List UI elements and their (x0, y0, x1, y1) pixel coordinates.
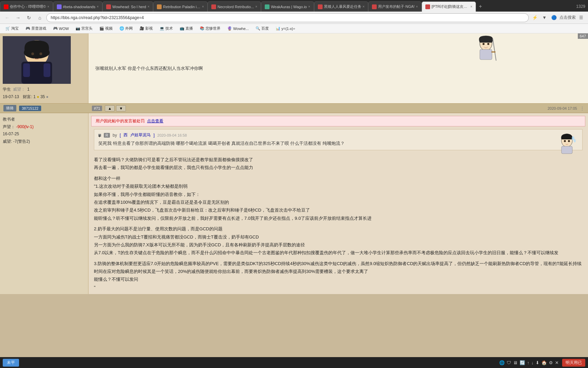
tab-close-2[interactable]: × (97, 5, 99, 9)
svg-rect-13 (491, 51, 495, 52)
extension-icon-3[interactable]: 🔵 (550, 14, 558, 22)
tab-close-7[interactable]: × (363, 5, 365, 9)
tab-close-8[interactable]: × (416, 5, 418, 9)
tab-3[interactable]: Wowhead: So I herd × (102, 1, 153, 12)
new-tab-button[interactable]: + (476, 1, 485, 12)
taskbar-icon-up[interactable]: ↑ (527, 360, 529, 365)
bookmark-video[interactable]: 🎬 视频 (97, 25, 115, 32)
taskbar-icon-monitor[interactable]: 🖥 (513, 360, 518, 365)
tab-2[interactable]: #beta-shadowlands × (53, 1, 102, 12)
bookmark-label-live: 直播 (185, 26, 193, 31)
bookmark-icon-movie: 🎥 (140, 26, 144, 31)
back-button[interactable]: ← (3, 13, 12, 22)
tab-6[interactable]: WeakAuras | Wago.io × (261, 1, 314, 12)
user-role-row: 学生 威望： 1 (3, 86, 85, 93)
bookmark-movie[interactable]: 🎥 影视 (137, 25, 156, 32)
taskbar-item-start[interactable]: 未平 (3, 359, 19, 367)
post-num-area: #71 ▲ ▼ (92, 105, 126, 111)
tab-favicon-5 (211, 4, 216, 9)
post-user-badge-area: 骑骑 38715122 (3, 105, 92, 111)
manga-character-top (472, 35, 500, 63)
taskbar-icon-settings[interactable]: ⚙ (549, 360, 553, 365)
bookmark-wow[interactable]: 🎮 WOW (50, 26, 71, 31)
tab-label-6: WeakAuras | Wago.io (271, 5, 307, 9)
reply-quote-box: + R by [ 西 卢娃草泥马 ] 2020-09-04 16:58 笑死我 … (94, 129, 583, 150)
reply-r-badge: R (104, 133, 110, 138)
post-para-6: 如果你不懂，我用小学生都能听懂的语音教你，如下： (94, 190, 583, 198)
bookmark-baidu[interactable]: 🔍 百度 (253, 25, 272, 32)
thumbs-up-button[interactable]: ▲ (105, 105, 115, 111)
post-para-13: 另一方面为什么我的防骑7.X版本可以无所不能，因为奶手没GCD，且有各种刷新奶手… (94, 241, 583, 249)
bookmark-game[interactable]: 🎮 景普游戏 (23, 25, 49, 32)
tab-label-3: Wowhead: So I herd (112, 5, 146, 9)
taskbar-right-button[interactable]: 明灭用已 (562, 359, 585, 367)
taskbar-icon-shield[interactable]: 🛡 (507, 360, 511, 365)
tab-9[interactable]: [PTR讨论]防骑这次修... × (422, 1, 476, 12)
svg-rect-4 (23, 63, 30, 77)
tab-close-3[interactable]: × (147, 5, 149, 9)
home-button[interactable]: ⌂ (35, 13, 44, 22)
tab-4[interactable]: Retribution Paladin in... × (153, 1, 208, 12)
bookmark-label-camera: 宫宫头 (81, 26, 93, 31)
taskbar-icon-refresh[interactable]: 🔄 (520, 360, 525, 365)
bookmark-icon-wowhead: 🔮 (227, 26, 232, 31)
taskbar-icon-close[interactable]: ✕ (555, 360, 559, 365)
tab-favicon-9 (425, 4, 430, 9)
tab-1[interactable]: 创作中心 - 哔哩哔哩© × (0, 1, 53, 12)
post-para-12: 一方面同为减伤T的战士T覆招和无视痛苦都没GCD，而骑士T覆击没，奶手却有GCD (94, 233, 583, 241)
top-message-text: 张嘴就别人水军 你是个什么东西还配别人当水军冲你啊 (95, 65, 203, 72)
bookmark-web[interactable]: 🌐 外网 (117, 25, 135, 32)
menu-button[interactable]: ☰ (577, 14, 585, 22)
tab-close-6[interactable]: × (308, 5, 310, 9)
bookmark-taobao[interactable]: 🛒 淘宝 (3, 25, 21, 32)
refresh-button[interactable]: ↻ (24, 13, 33, 22)
taskbar-icon-down[interactable]: ↓ (532, 360, 534, 365)
bookmark-wowhead[interactable]: 🔮 Wowhe... (225, 26, 251, 31)
reply-timestamp: 2020-09-04 16:58 (157, 133, 187, 137)
svg-point-19 (574, 139, 576, 142)
tab-label-8: 用户发布的帖子·NGA! (378, 4, 414, 9)
bookmark-label-web: 外网 (125, 26, 133, 31)
user-rep-row: 声望： -900(lv-1) (3, 123, 85, 131)
tab-close-1[interactable]: × (47, 5, 49, 9)
tab-close-4[interactable]: × (202, 5, 204, 9)
thumbs-down-button[interactable]: ▼ (116, 105, 126, 111)
search-label[interactable]: 点击搜索 (559, 15, 576, 20)
taskbar-icon-home[interactable]: 🏠 (541, 360, 547, 365)
reply-expand-icon[interactable]: + (98, 134, 101, 137)
post-para-9: 能听懂么？听不懂可以继续发问，仅限前夕开放之前，我好歹需要有点长进，7.0我开了… (94, 214, 583, 222)
user-title-row: 教书者 (3, 116, 85, 123)
tab-bar: 创作中心 - 哔哩哔哩© × #beta-shadowlands × Wowhe… (0, 0, 588, 12)
forward-button[interactable]: → (14, 13, 22, 22)
tab-label-4: Retribution Paladin in... (163, 5, 200, 9)
reply-author-close: ] (153, 133, 154, 138)
bookmark-formula[interactable]: 📊 y=(1-x)÷ (273, 26, 298, 31)
extension-icon-2[interactable]: ▼ (540, 14, 549, 22)
tab-favicon-1 (4, 4, 9, 9)
post-timestamp: 2020-09-04 17:05 (548, 106, 577, 110)
tab-count: 1329 (573, 1, 588, 12)
tab-8[interactable]: 用户发布的帖子·NGA! × (368, 1, 422, 12)
tab-favicon-2 (57, 4, 62, 9)
bookmark-live[interactable]: 📺 直播 (177, 25, 196, 32)
svg-point-16 (568, 140, 570, 142)
taskbar-icon-globe[interactable]: 🌐 (499, 360, 505, 365)
bookmark-label-wow: WOW (59, 27, 69, 31)
warning-banner: 用户因此帖中的发言被处罚 点击查看 (91, 116, 585, 126)
bookmark-icon-wow: 🎮 (53, 26, 58, 31)
warning-link[interactable]: 点击查看 (147, 119, 163, 123)
bookmark-tech[interactable]: 💻 技术 (157, 25, 176, 32)
tab-close-9[interactable]: × (470, 5, 472, 9)
tab-favicon-8 (372, 4, 377, 9)
bookmark-les-mis[interactable]: 📚 悲惨世界 (197, 25, 223, 32)
extension-icon-1[interactable]: ⚡ (531, 14, 539, 22)
reply-by-label: by (113, 133, 117, 138)
address-bar[interactable]: https://bbs.nga.cn/read.php?tid=23213556… (46, 13, 529, 22)
tab-7[interactable]: 黑矮人人暴风要赴任务 × (314, 1, 369, 12)
post-para-14: 从7.0以来，T的生存关键点在于危险的那个瞬息，而不是什么闪招命中中暴击同处一个… (94, 249, 583, 257)
tab-5[interactable]: Necrolord Retributio... × (208, 1, 261, 12)
bookmark-camera[interactable]: 📷 宫宫头 (73, 25, 95, 32)
more-options-icon[interactable]: ⋮ (580, 106, 585, 111)
tab-close-5[interactable]: × (255, 5, 257, 9)
taskbar-icon-download[interactable]: ⬇ (536, 360, 539, 365)
